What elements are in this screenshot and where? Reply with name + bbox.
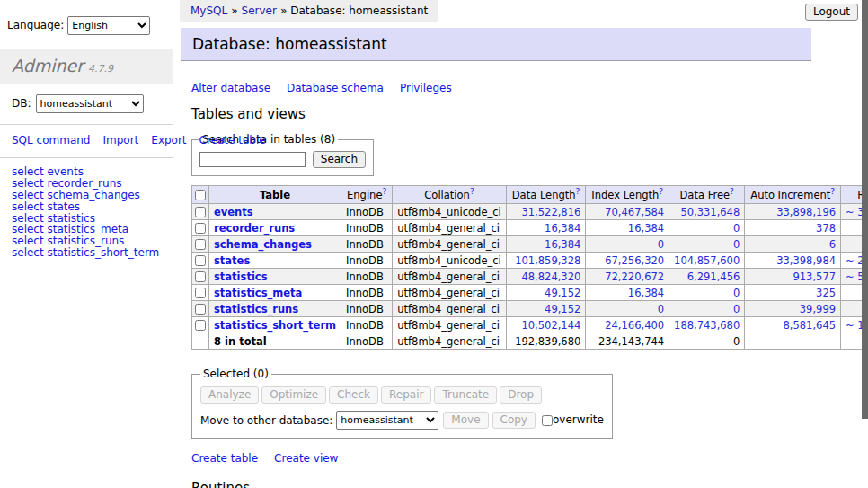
help-link[interactable]: ? [830, 187, 835, 196]
column-header-engine: Engine? [341, 186, 393, 204]
collation-cell: utf8mb4_unicode_ci [393, 253, 507, 269]
row-checkbox[interactable] [195, 255, 206, 266]
select-all-checkbox[interactable] [195, 190, 206, 200]
help-link[interactable]: ? [659, 187, 663, 196]
copy-button[interactable]: Copy [492, 412, 536, 429]
breadcrumb: MySQL»Server»Database: homeassistant [180, 0, 438, 22]
sidebar-item-select-recorder-runs[interactable]: select recorder_runs [12, 178, 162, 190]
sidebar-link-export[interactable]: Export [151, 134, 186, 146]
drop-button[interactable]: Drop [500, 386, 542, 404]
column-header-table: Table [209, 186, 341, 204]
help-link[interactable]: ? [576, 187, 580, 196]
index-length-cell: 67,256,320 [586, 253, 669, 269]
app-logo: Adminer4.7.9 [0, 49, 173, 84]
help-link[interactable]: ? [470, 187, 474, 196]
sidebar-item-select-statistics-short-term[interactable]: select statistics_short_term [12, 247, 162, 259]
language-label: Language: [7, 19, 64, 31]
total-collation: utf8mb4_general_ci [393, 333, 507, 350]
table-link-schema-changes[interactable]: schema_changes [214, 238, 312, 251]
search-button[interactable]: Search [313, 151, 366, 168]
column-header-auto-increment: Auto Increment? [745, 186, 841, 204]
analyze-button[interactable]: Analyze [200, 386, 259, 404]
sidebar-link-sql-command[interactable]: SQL command [12, 134, 90, 146]
search-input[interactable] [199, 152, 306, 167]
index-length-cell: 72,220,672 [586, 269, 669, 285]
total-label: 8 in total [209, 333, 341, 350]
table-link-events[interactable]: events [214, 206, 253, 218]
sidebar-link-import[interactable]: Import [102, 134, 138, 146]
auto-increment-cell: 378 [745, 220, 841, 236]
breadcrumb-link-mysql[interactable]: MySQL [190, 4, 227, 17]
language-select[interactable]: English [67, 16, 150, 35]
db-select[interactable]: homeassistant [36, 94, 144, 113]
link-database-schema[interactable]: Database schema [287, 82, 384, 94]
sidebar-item-select-states[interactable]: select states [12, 201, 162, 213]
row-checkbox[interactable] [195, 223, 206, 234]
move-db-select[interactable]: homeassistant [336, 411, 438, 430]
total-engine: InnoDB [341, 333, 393, 350]
index-length-cell: 0 [586, 236, 669, 253]
auto-increment-cell: 33,398,984 [745, 253, 841, 269]
table-link-recorder-runs[interactable]: recorder_runs [214, 222, 295, 235]
engine-cell: InnoDB [341, 236, 393, 253]
page-title: Database: homeassistant [181, 28, 811, 61]
auto-increment-cell: 913,577 [745, 269, 841, 285]
data-free-cell: 50,331,648 [669, 204, 745, 220]
overwrite-label: overwrite [553, 413, 604, 426]
db-label: DB: [12, 97, 31, 110]
help-link[interactable]: ? [382, 187, 386, 196]
row-checkbox[interactable] [195, 288, 206, 298]
sidebar-link-create-table[interactable]: Create table [199, 134, 266, 146]
link-create-view[interactable]: Create view [274, 452, 338, 465]
collation-cell: utf8mb4_general_ci [393, 236, 507, 253]
overwrite-checkbox[interactable] [542, 415, 553, 426]
breadcrumb-current: Database: homeassistant [290, 4, 428, 17]
table-row-statistics: statisticsInnoDButf8mb4_general_ci48,824… [192, 269, 868, 285]
collation-cell: utf8mb4_general_ci [393, 220, 507, 236]
engine-cell: InnoDB [341, 317, 393, 333]
optimize-button[interactable]: Optimize [261, 386, 326, 404]
main-content: Database: homeassistant Alter databaseDa… [180, 0, 868, 488]
table-link-statistics-runs[interactable]: statistics_runs [214, 303, 298, 315]
row-checkbox[interactable] [195, 207, 206, 217]
table-link-statistics[interactable]: statistics [214, 271, 268, 283]
row-checkbox[interactable] [195, 239, 206, 250]
table-link-statistics-short-term[interactable]: statistics_short_term [214, 319, 336, 332]
link-privileges[interactable]: Privileges [400, 82, 452, 94]
vertical-scrollbar[interactable] [862, 0, 868, 419]
engine-cell: InnoDB [341, 269, 393, 285]
sidebar: Language:English Adminer4.7.9 DB:homeass… [0, 0, 173, 267]
move-row: Move to other database:homeassistantMove… [200, 411, 604, 430]
collation-cell: utf8mb4_general_ci [393, 285, 507, 301]
create-links: Create tableCreate view [191, 452, 810, 465]
link-create-table[interactable]: Create table [191, 452, 258, 465]
data-length-cell: 16,384 [506, 220, 586, 236]
selected-action-buttons: AnalyzeOptimizeCheckRepairTruncateDrop [200, 386, 604, 404]
breadcrumb-link-server[interactable]: Server [242, 4, 277, 17]
engine-cell: InnoDB [341, 253, 393, 269]
move-button[interactable]: Move [443, 412, 488, 429]
selected-legend: Selected (0) [200, 368, 271, 380]
data-length-cell: 49,152 [506, 301, 586, 317]
link-alter-database[interactable]: Alter database [191, 82, 270, 94]
repair-button[interactable]: Repair [381, 386, 431, 404]
row-checkbox[interactable] [195, 320, 206, 331]
row-checkbox[interactable] [195, 304, 206, 315]
row-checkbox[interactable] [195, 271, 206, 282]
help-link[interactable]: ? [730, 187, 734, 196]
sidebar-table-list: select eventsselect recorder_runsselect … [0, 158, 173, 267]
index-length-cell: 0 [586, 301, 669, 317]
check-button[interactable]: Check [329, 386, 378, 404]
sidebar-item-select-schema-changes[interactable]: select schema_changes [12, 190, 162, 201]
tables-heading: Tables and views [191, 106, 810, 122]
table-link-states[interactable]: states [214, 254, 250, 267]
data-length-cell: 31,522,816 [506, 204, 586, 220]
column-header-index-length: Index Length? [586, 186, 669, 204]
auto-increment-cell: 8,581,645 [745, 317, 841, 333]
collation-cell: utf8mb4_unicode_ci [393, 204, 507, 220]
logout-button[interactable]: Logout [805, 4, 858, 21]
truncate-button[interactable]: Truncate [434, 386, 497, 404]
engine-cell: InnoDB [341, 301, 393, 317]
table-link-statistics-meta[interactable]: statistics_meta [214, 287, 302, 299]
column-header-collation: Collation? [393, 186, 507, 204]
